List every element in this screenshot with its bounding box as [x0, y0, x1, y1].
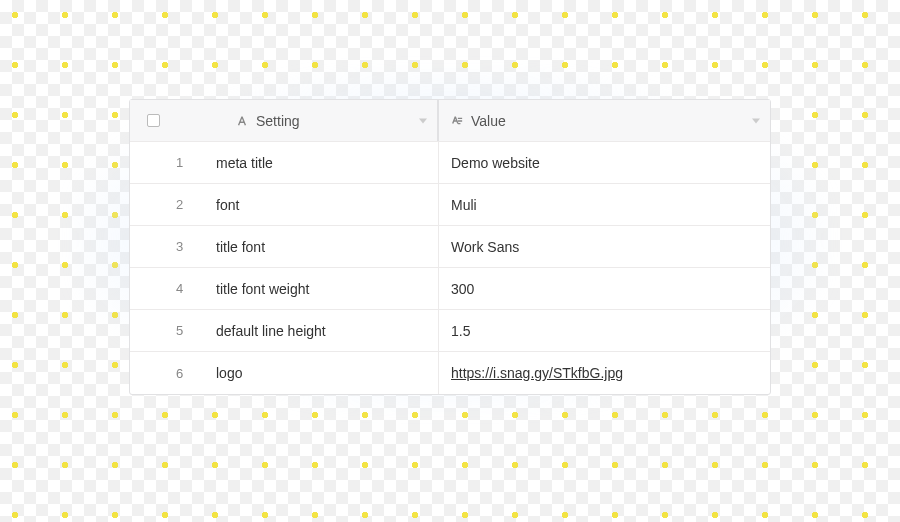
chevron-down-icon[interactable]	[752, 118, 760, 123]
table-row[interactable]: 1meta titleDemo website	[130, 142, 770, 184]
setting-text: title font	[216, 239, 265, 255]
setting-text: font	[216, 197, 239, 213]
longtext-type-icon	[451, 115, 463, 127]
select-all-checkbox[interactable]	[147, 114, 160, 127]
chevron-down-icon[interactable]	[419, 118, 427, 123]
row-number: 5	[176, 310, 208, 351]
cell-value[interactable]: 300	[438, 268, 770, 309]
row-number: 1	[176, 142, 208, 183]
row-check-cell	[130, 268, 176, 309]
row-check-cell	[130, 184, 176, 225]
text-type-icon	[236, 115, 248, 127]
cell-setting[interactable]: logo	[208, 352, 438, 394]
value-text: Demo website	[451, 155, 540, 171]
settings-table: Setting Value 1meta titleDemo website2fo…	[129, 99, 771, 395]
setting-text: logo	[216, 365, 242, 381]
table-row[interactable]: 2fontMuli	[130, 184, 770, 226]
row-number: 2	[176, 184, 208, 225]
value-text: 300	[451, 281, 474, 297]
cell-setting[interactable]: title font	[208, 226, 438, 267]
column-header-setting[interactable]: Setting	[208, 100, 438, 141]
setting-text: default line height	[216, 323, 326, 339]
cell-value[interactable]: Work Sans	[438, 226, 770, 267]
cell-value[interactable]: Muli	[438, 184, 770, 225]
row-number-header	[176, 100, 208, 141]
setting-text: title font weight	[216, 281, 309, 297]
table-row[interactable]: 5default line height1.5	[130, 310, 770, 352]
table-row[interactable]: 3title fontWork Sans	[130, 226, 770, 268]
setting-text: meta title	[216, 155, 273, 171]
cell-setting[interactable]: meta title	[208, 142, 438, 183]
row-check-cell	[130, 226, 176, 267]
value-text: Work Sans	[451, 239, 519, 255]
row-number: 3	[176, 226, 208, 267]
row-check-cell	[130, 142, 176, 183]
cell-value[interactable]: 1.5	[438, 310, 770, 351]
value-text[interactable]: https://i.snag.gy/STkfbG.jpg	[451, 365, 623, 381]
value-text: 1.5	[451, 323, 470, 339]
cell-setting[interactable]: font	[208, 184, 438, 225]
table-row[interactable]: 6logohttps://i.snag.gy/STkfbG.jpg	[130, 352, 770, 394]
cell-setting[interactable]: title font weight	[208, 268, 438, 309]
column-header-value[interactable]: Value	[438, 100, 770, 141]
table-row[interactable]: 4title font weight300	[130, 268, 770, 310]
value-text: Muli	[451, 197, 477, 213]
cell-value[interactable]: Demo website	[438, 142, 770, 183]
row-check-cell	[130, 310, 176, 351]
cell-value[interactable]: https://i.snag.gy/STkfbG.jpg	[438, 352, 770, 394]
column-header-setting-label: Setting	[256, 113, 300, 129]
cell-setting[interactable]: default line height	[208, 310, 438, 351]
column-header-value-label: Value	[471, 113, 506, 129]
row-number: 4	[176, 268, 208, 309]
row-number: 6	[176, 352, 208, 394]
select-all-cell	[130, 100, 176, 141]
table-header: Setting Value	[130, 100, 770, 142]
row-check-cell	[130, 352, 176, 394]
